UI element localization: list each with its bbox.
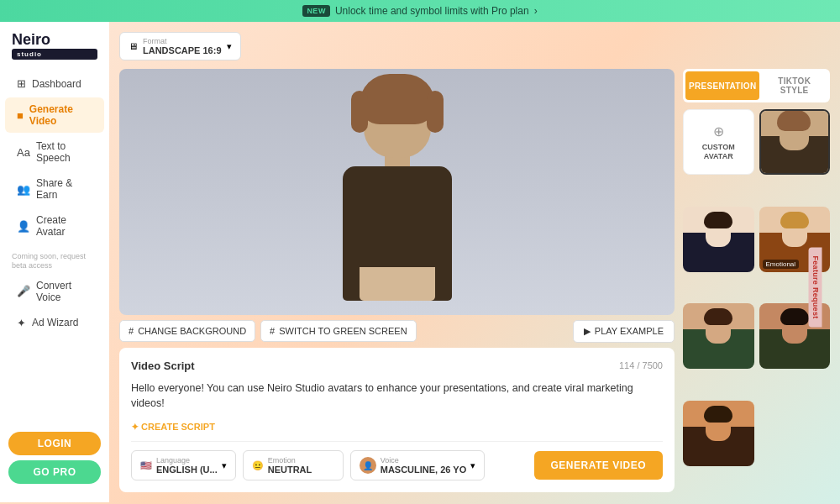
script-header: Video Script 114 / 7500 <box>131 360 663 372</box>
avatar-icon: 👤 <box>17 220 30 233</box>
sidebar-item-text-to-speech[interactable]: Aa Text to Speech <box>5 134 104 170</box>
sidebar-item-label: Dashboard <box>32 78 81 90</box>
avatar-image-6 <box>683 401 754 466</box>
language-value: ENGLISH (U... <box>156 465 218 475</box>
login-button[interactable]: LOGIN <box>8 432 101 455</box>
sidebar-item-share-earn[interactable]: 👥 Share & Earn <box>5 171 104 207</box>
sidebar-item-create-avatar[interactable]: 👤 Create Avatar <box>5 208 104 244</box>
sidebar-item-label: Create Avatar <box>36 214 92 238</box>
grid-icon: ⊞ <box>17 77 26 90</box>
chevron-down-icon: ▾ <box>222 460 227 471</box>
main-content: 🖥 Format LANDSCAPE 16:9 ▾ <box>109 22 840 502</box>
monitor-icon: 🖥 <box>129 41 138 51</box>
video-controls: # CHANGE BACKGROUND # SWITCH TO GREEN SC… <box>119 320 675 343</box>
logo-area: Neiro studio <box>0 32 109 70</box>
avatar-torso <box>343 166 452 301</box>
sidebar-item-label: Share & Earn <box>36 177 92 201</box>
emotion-badge: Emotional <box>763 260 800 269</box>
gopro-button[interactable]: GO PRO <box>8 460 101 484</box>
mic-icon: 🎤 <box>17 285 30 297</box>
video-container <box>119 69 675 315</box>
script-count: 114 / 7500 <box>619 360 663 370</box>
switch-green-screen-button[interactable]: # SWITCH TO GREEN SCREEN <box>260 320 417 342</box>
voice-dropdown[interactable]: 👤 Voice MASCULINE, 26 YO ▾ <box>350 450 486 480</box>
script-title: Video Script <box>131 360 195 372</box>
script-text[interactable]: Hello everyone! You can use Neiro Studio… <box>131 381 663 412</box>
sidebar-bottom: LOGIN GO PRO <box>0 423 109 492</box>
create-script-label: ✦ CREATE SCRIPT <box>131 422 215 433</box>
emotion-value: NEUTRAL <box>268 465 312 475</box>
avatar-image-4 <box>683 303 754 369</box>
switch-gs-label: SWITCH TO GREEN SCREEN <box>279 326 407 336</box>
play-icon: ▶ <box>584 326 591 337</box>
grid-icon: # <box>129 326 134 336</box>
new-badge: NEW <box>302 5 330 17</box>
video-panel-row: # CHANGE BACKGROUND # SWITCH TO GREEN SC… <box>119 69 830 492</box>
banner-arrow[interactable]: › <box>534 5 538 17</box>
change-bg-label: CHANGE BACKGROUND <box>138 326 246 336</box>
avatar-card-6[interactable] <box>683 401 754 466</box>
sidebar: Neiro studio ⊞ Dashboard ■ Generate Vide… <box>0 22 109 502</box>
format-value: LANDSCAPE 16:9 <box>143 45 222 55</box>
emotion-label: Emotion <box>268 456 312 465</box>
tab-presentation[interactable]: PRESENTATION <box>685 71 759 100</box>
voice-value: MASCULINE, 26 YO <box>381 465 467 475</box>
tab-row: PRESENTATION TIKTOK STYLE <box>683 69 830 102</box>
logo-title: Neiro <box>12 32 97 47</box>
voice-label: Voice <box>381 456 467 465</box>
play-label: PLAY EXAMPLE <box>595 326 664 336</box>
sidebar-item-label: Convert Voice <box>36 280 92 303</box>
top-banner: NEW Unlock time and symbol limits with P… <box>0 0 840 22</box>
script-footer: 🇺🇸 Language ENGLISH (U... ▾ 😐 Emotion <box>131 441 663 480</box>
generate-video-button[interactable]: GENERATE VIDEO <box>534 451 663 480</box>
wand-icon: ✦ <box>17 317 26 329</box>
chevron-down-icon: ▾ <box>227 41 232 52</box>
video-btns-left: # CHANGE BACKGROUND # SWITCH TO GREEN SC… <box>119 320 417 342</box>
emotion-dropdown[interactable]: 😐 Emotion NEUTRAL <box>243 450 344 480</box>
avatar-card-custom[interactable]: ⊕ CUSTOMAVATAR <box>683 109 754 175</box>
avatar-head <box>364 82 431 158</box>
grid-icon: # <box>270 326 275 336</box>
emotion-icon: 😐 <box>252 460 264 471</box>
sidebar-item-label: Generate Video <box>29 103 92 127</box>
sidebar-item-label: Text to Speech <box>36 140 92 164</box>
flag-icon: 🇺🇸 <box>140 460 152 471</box>
logo-badge: studio <box>12 49 97 60</box>
share-icon: 👥 <box>17 183 30 196</box>
right-panel: Feature Request PRESENTATION TIKTOK STYL… <box>683 69 830 492</box>
avatar-card-4[interactable] <box>683 303 754 369</box>
avatar-card-1[interactable] <box>759 109 831 175</box>
avatar-shirt <box>360 267 435 301</box>
sidebar-item-ad-wizard[interactable]: ✦ Ad Wizard <box>5 311 104 335</box>
avatar-body <box>313 82 481 301</box>
avatar-card-2[interactable] <box>683 207 754 272</box>
format-info: Format LANDSCAPE 16:9 <box>143 37 222 55</box>
avatar-hair-right <box>427 91 444 133</box>
sidebar-item-label: Ad Wizard <box>32 317 78 328</box>
voice-icon: 👤 <box>360 457 376 474</box>
coming-soon-label: Coming soon, request beta access <box>0 245 109 272</box>
play-example-button[interactable]: ▶ PLAY EXAMPLE <box>573 320 675 343</box>
create-script-link[interactable]: ✦ CREATE SCRIPT <box>131 422 663 433</box>
avatar-hair <box>360 74 435 124</box>
sidebar-item-generate-video[interactable]: ■ Generate Video <box>5 97 104 133</box>
plus-icon: ⊕ <box>713 123 724 139</box>
banner-text: Unlock time and symbol limits with Pro p… <box>335 5 529 17</box>
avatar-image-1 <box>761 111 829 173</box>
sidebar-item-dashboard[interactable]: ⊞ Dashboard <box>5 71 104 96</box>
avatar-hair-left <box>351 91 368 133</box>
custom-avatar-label: CUSTOMAVATAR <box>702 143 735 161</box>
video-area: # CHANGE BACKGROUND # SWITCH TO GREEN SC… <box>119 69 675 492</box>
language-dropdown[interactable]: 🇺🇸 Language ENGLISH (U... ▾ <box>131 450 236 480</box>
tab-tiktok-style[interactable]: TIKTOK STYLE <box>761 71 827 100</box>
format-bar: 🖥 Format LANDSCAPE 16:9 ▾ <box>119 32 830 60</box>
script-area: Video Script 114 / 7500 Hello everyone! … <box>119 348 675 493</box>
feature-request-tab[interactable]: Feature Request <box>808 247 822 327</box>
format-selector[interactable]: 🖥 Format LANDSCAPE 16:9 ▾ <box>119 32 241 60</box>
avatar-preview <box>119 69 675 315</box>
text-icon: Aa <box>17 146 30 159</box>
sidebar-item-convert-voice[interactable]: 🎤 Convert Voice <box>5 274 104 309</box>
video-icon: ■ <box>17 109 24 122</box>
change-background-button[interactable]: # CHANGE BACKGROUND <box>119 320 255 342</box>
language-label: Language <box>156 456 218 465</box>
